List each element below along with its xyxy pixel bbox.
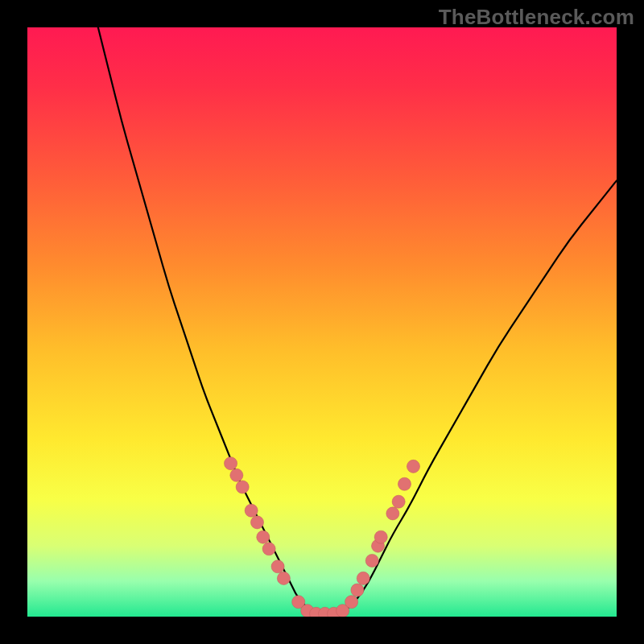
data-marker <box>398 477 411 490</box>
data-marker <box>271 560 284 573</box>
data-marker <box>245 504 258 517</box>
chart-frame: TheBottleneck.com <box>0 0 644 644</box>
data-marker <box>392 495 405 508</box>
data-marker <box>224 457 237 470</box>
data-marker <box>365 554 378 567</box>
data-marker <box>277 572 290 584</box>
data-marker <box>345 596 358 609</box>
data-marker <box>386 507 399 520</box>
data-marker <box>230 469 243 481</box>
data-marker <box>357 572 369 584</box>
data-marker <box>407 460 419 473</box>
data-marker <box>250 516 263 529</box>
gradient-background <box>27 27 617 617</box>
plot-area <box>27 27 617 617</box>
data-marker <box>374 530 387 543</box>
data-marker <box>236 481 249 493</box>
plot-svg <box>27 27 617 617</box>
data-marker <box>351 584 364 597</box>
watermark-text: TheBottleneck.com <box>439 5 634 30</box>
data-marker <box>257 530 270 543</box>
data-marker <box>262 543 275 555</box>
